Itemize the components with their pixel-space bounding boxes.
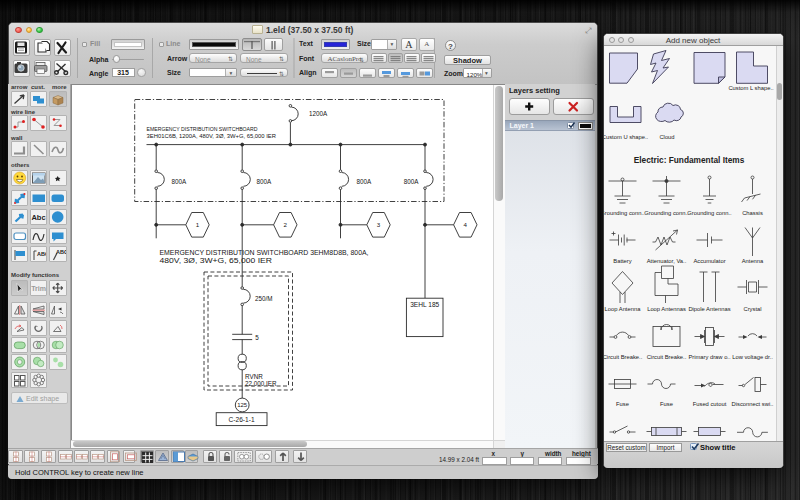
svg-text:Circuit Breake..: Circuit Breake.. — [647, 354, 687, 360]
svg-text:Circuit Breake..: Circuit Breake.. — [604, 354, 643, 360]
svg-text:EMERGENCY DISTRIBUTION SWITCHB: EMERGENCY DISTRIBUTION SWITCHBOARD — [147, 126, 258, 132]
svg-text:Fuse: Fuse — [660, 401, 673, 407]
svg-text:1200A: 1200A — [309, 110, 328, 117]
svg-text:C-26-1-1: C-26-1-1 — [229, 416, 255, 423]
svg-text:800A: 800A — [257, 178, 273, 185]
svg-text:800A: 800A — [404, 178, 420, 185]
svg-text:480V, 3Ø, 3W+G, 65,000 IER: 480V, 3Ø, 3W+G, 65,000 IER — [160, 257, 273, 264]
svg-text:Battery: Battery — [613, 258, 631, 264]
svg-text:Grounding conn..: Grounding conn.. — [687, 210, 732, 216]
svg-text:2: 2 — [284, 221, 288, 228]
svg-text:4: 4 — [464, 221, 468, 228]
svg-text:5: 5 — [255, 334, 259, 341]
svg-text:Accumulator: Accumulator — [693, 258, 725, 264]
svg-text:800A: 800A — [172, 178, 188, 185]
svg-text:Loop Antenna: Loop Antenna — [605, 306, 642, 312]
svg-text:22,000 IER: 22,000 IER — [245, 380, 277, 387]
svg-text:3: 3 — [377, 221, 381, 228]
svg-text:Low voltage dr..: Low voltage dr.. — [732, 354, 773, 360]
svg-text:Chassis: Chassis — [742, 210, 763, 216]
svg-text:Grounding conn..: Grounding conn.. — [644, 210, 689, 216]
svg-text:Crystal: Crystal — [743, 306, 761, 312]
svg-text:Loop Antennas: Loop Antennas — [647, 306, 686, 312]
svg-text:Fuse: Fuse — [616, 401, 629, 407]
svg-text:1: 1 — [196, 221, 200, 228]
svg-text:Primary draw o..: Primary draw o.. — [688, 354, 731, 360]
svg-text:Custom U shape..: Custom U shape.. — [604, 134, 649, 140]
svg-text:250/M: 250/M — [255, 295, 273, 302]
svg-text:125: 125 — [237, 402, 248, 408]
svg-text:Antenna: Antenna — [742, 258, 764, 264]
svg-text:Dipole Antennas: Dipole Antennas — [688, 306, 730, 312]
svg-text:Disconnect swi..: Disconnect swi.. — [732, 401, 774, 407]
svg-text:Electric: Fundamental Items: Electric: Fundamental Items — [634, 155, 745, 165]
svg-text:800A: 800A — [357, 178, 373, 185]
svg-text:3EH01C6B, 1200A, 480V, 3Ø, 3W+: 3EH01C6B, 1200A, 480V, 3Ø, 3W+G, 65,000 … — [147, 133, 277, 139]
svg-text:Attenuator, Va..: Attenuator, Va.. — [647, 258, 687, 264]
svg-text:ABC: ABC — [37, 250, 47, 256]
svg-text:3EHL 185: 3EHL 185 — [410, 301, 439, 308]
svg-text:ABC: ABC — [56, 249, 66, 255]
svg-text:Grounding conn..: Grounding conn.. — [604, 210, 645, 216]
svg-text:Fused cutout: Fused cutout — [693, 401, 727, 407]
svg-text:Cloud: Cloud — [659, 134, 674, 140]
svg-text:EMERGENCY DISTRIBUTION SWITCHB: EMERGENCY DISTRIBUTION SWITCHBOARD 3EHM8… — [160, 249, 369, 256]
svg-text:Custom L shape..: Custom L shape.. — [728, 85, 774, 91]
